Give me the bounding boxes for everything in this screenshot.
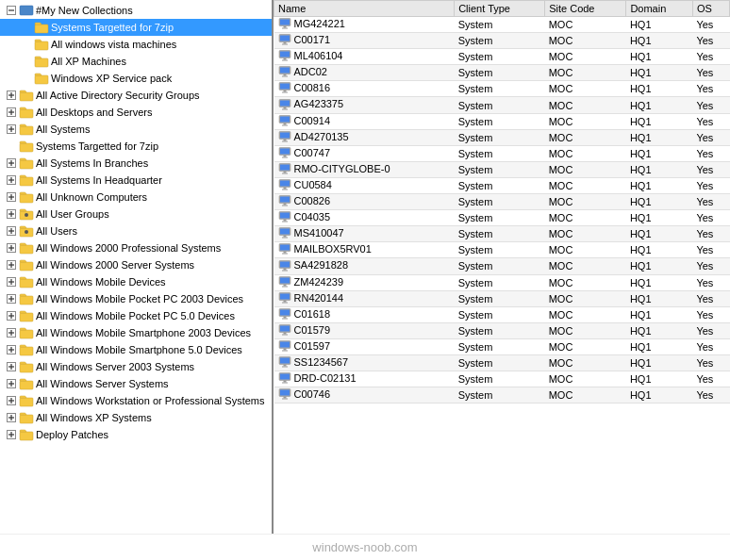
column-header-domain[interactable]: Domain <box>626 1 693 17</box>
tree-item-all-desktops-servers[interactable]: All Desktops and Servers <box>0 104 272 121</box>
expand-btn[interactable] <box>4 274 19 289</box>
cell-siteCode: MOC <box>545 242 626 258</box>
tree-item-all-windows-workstation[interactable]: All Windows Workstation or Professional … <box>0 392 272 409</box>
expand-btn[interactable] <box>4 257 19 272</box>
computer-icon <box>278 276 291 289</box>
table-row[interactable]: ADC02SystemMOCHQ1Yes <box>274 65 730 81</box>
tree-item-systems-targetted-7zip[interactable]: Systems Targetted for 7zip <box>0 19 272 36</box>
expand-btn[interactable] <box>4 376 19 391</box>
folder-icon <box>19 360 34 373</box>
table-row[interactable]: C01597SystemMOCHQ1Yes <box>274 338 730 354</box>
expand-btn[interactable] <box>19 54 34 69</box>
tree-item-all-systems-branches[interactable]: All Systems In Branches <box>0 155 272 172</box>
table-row[interactable]: C01579SystemMOCHQ1Yes <box>274 322 730 338</box>
table-row[interactable]: C00816SystemMOCHQ1Yes <box>274 81 730 97</box>
tree-item-deploy-patches[interactable]: Deploy Patches <box>0 426 272 443</box>
expand-btn[interactable] <box>4 342 19 357</box>
tree-item-all-systems[interactable]: All Systems <box>0 121 272 138</box>
table-row[interactable]: C04035SystemMOCHQ1Yes <box>274 210 730 226</box>
table-row[interactable]: RN420144SystemMOCHQ1Yes <box>274 290 730 306</box>
table-row[interactable]: AD4270135SystemMOCHQ1Yes <box>274 129 730 145</box>
cell-name-text: C01597 <box>294 340 331 352</box>
column-header-site-code[interactable]: Site Code <box>545 1 626 17</box>
expand-btn[interactable] <box>4 105 19 120</box>
table-row[interactable]: C00826SystemMOCHQ1Yes <box>274 194 730 210</box>
table-row[interactable]: ML406104SystemMOCHQ1Yes <box>274 49 730 65</box>
expand-btn[interactable] <box>4 173 19 188</box>
tree-item-all-windows-mobile-pocket-5[interactable]: All Windows Mobile Pocket PC 5.0 Devices <box>0 307 272 324</box>
tree-item-all-windows-server-2003[interactable]: All Windows Server 2003 Systems <box>0 358 272 375</box>
tree-item-all-windows-mobile-smartphone-2003[interactable]: All Windows Mobile Smartphone 2003 Devic… <box>0 324 272 341</box>
expand-btn[interactable] <box>4 223 19 239</box>
cell-clientType: System <box>455 306 545 322</box>
expand-btn[interactable] <box>4 189 19 205</box>
table-row[interactable]: C00914SystemMOCHQ1Yes <box>274 113 730 129</box>
tree-item-windows-xp-service-pack[interactable]: Windows XP Service pack <box>0 70 272 87</box>
expand-btn[interactable] <box>4 139 19 154</box>
table-row[interactable]: C01618SystemMOCHQ1Yes <box>274 306 730 322</box>
expand-btn[interactable] <box>4 291 19 306</box>
svg-rect-23 <box>20 160 33 169</box>
table-row[interactable]: MAILBOX5RV01SystemMOCHQ1Yes <box>274 242 730 258</box>
expand-btn[interactable] <box>4 156 19 171</box>
tree-item-all-windows-vista[interactable]: All windows vista machines <box>0 36 272 53</box>
table-row[interactable]: ZM424239SystemMOCHQ1Yes <box>274 274 730 290</box>
tree-item-all-windows-2000-professional[interactable]: All Windows 2000 Professional Systems <box>0 239 272 256</box>
expand-btn[interactable] <box>4 206 19 222</box>
table-row[interactable]: SS1234567SystemMOCHQ1Yes <box>274 354 730 371</box>
computer-icon <box>278 66 291 79</box>
tree-item-all-unknown-computers[interactable]: All Unknown Computers <box>0 189 272 206</box>
expand-btn[interactable] <box>4 3 19 18</box>
table-row[interactable]: DRD-C02131SystemMOCHQ1Yes <box>274 371 730 387</box>
expand-btn[interactable] <box>4 122 19 137</box>
table-row[interactable]: MS410047SystemMOCHQ1Yes <box>274 226 730 242</box>
tree-item-systems-targetted-7zip-2[interactable]: Systems Targetted for 7zip <box>0 138 272 155</box>
table-row[interactable]: RMO-CITYGLOBE-0SystemMOCHQ1Yes <box>274 161 730 177</box>
tree-item-my-new-collections[interactable]: #My New Collections <box>0 2 272 19</box>
svg-rect-131 <box>280 181 290 187</box>
tree-item-all-windows-mobile-pocket-2003[interactable]: All Windows Mobile Pocket PC 2003 Device… <box>0 290 272 307</box>
expand-btn[interactable] <box>19 71 34 86</box>
tree-item-all-windows-xp-systems[interactable]: All Windows XP Systems <box>0 409 272 426</box>
svg-rect-4 <box>35 41 48 50</box>
table-row[interactable]: CU0584SystemMOCHQ1Yes <box>274 177 730 193</box>
tree-item-all-windows-2000-server[interactable]: All Windows 2000 Server Systems <box>0 256 272 273</box>
right-panel[interactable]: NameClient TypeSite CodeDomainOS MG42422… <box>274 0 730 534</box>
table-row[interactable]: C00747SystemMOCHQ1Yes <box>274 145 730 161</box>
table-row[interactable]: C00746SystemMOCHQ1Yes <box>274 387 730 404</box>
expand-btn[interactable] <box>4 88 19 103</box>
expand-btn[interactable] <box>4 359 19 374</box>
expand-btn[interactable] <box>4 410 19 425</box>
table-row[interactable]: SA4291828SystemMOCHQ1Yes <box>274 258 730 274</box>
left-panel[interactable]: #My New CollectionsSystems Targetted for… <box>0 0 274 534</box>
cell-siteCode: MOC <box>545 129 626 145</box>
expand-btn[interactable] <box>19 37 34 52</box>
expand-btn[interactable] <box>4 325 19 340</box>
tree-item-all-user-groups[interactable]: All User Groups <box>0 206 272 222</box>
column-header-os[interactable]: OS <box>692 1 729 17</box>
cell-name-text: C00914 <box>294 115 331 126</box>
expand-btn[interactable] <box>4 240 19 255</box>
tree-item-all-windows-mobile-devices[interactable]: All Windows Mobile Devices <box>0 273 272 290</box>
tree-item-all-windows-mobile-smartphone-5[interactable]: All Windows Mobile Smartphone 5.0 Device… <box>0 341 272 358</box>
table-row[interactable]: C00171SystemMOCHQ1Yes <box>274 33 730 49</box>
column-header-name[interactable]: Name <box>274 1 455 17</box>
tree-item-all-systems-headquarter[interactable]: All Systems In Headquarter <box>0 172 272 189</box>
tree-item-all-users[interactable]: All Users <box>0 222 272 239</box>
cell-siteCode: MOC <box>545 97 626 113</box>
expand-btn[interactable] <box>4 393 19 408</box>
expand-btn[interactable] <box>4 427 19 442</box>
tree-item-all-windows-server-systems[interactable]: All Windows Server Systems <box>0 375 272 392</box>
cell-domain: HQ1 <box>626 145 693 161</box>
cell-domain: HQ1 <box>626 129 693 145</box>
column-header-client-type[interactable]: Client Type <box>455 1 545 17</box>
tree-item-all-active-directory[interactable]: All Active Directory Security Groups <box>0 87 272 104</box>
expand-btn[interactable] <box>4 308 19 323</box>
tree-item-all-xp-machines[interactable]: All XP Machines <box>0 53 272 70</box>
cell-name-text: ADC02 <box>294 66 327 77</box>
table-row[interactable]: AG423375SystemMOCHQ1Yes <box>274 97 730 113</box>
tree-item-label: All Windows Mobile Devices <box>36 276 166 288</box>
table-row[interactable]: MG424221SystemMOCHQ1Yes <box>274 17 730 33</box>
svg-rect-14 <box>20 109 33 118</box>
expand-btn[interactable] <box>19 20 34 35</box>
